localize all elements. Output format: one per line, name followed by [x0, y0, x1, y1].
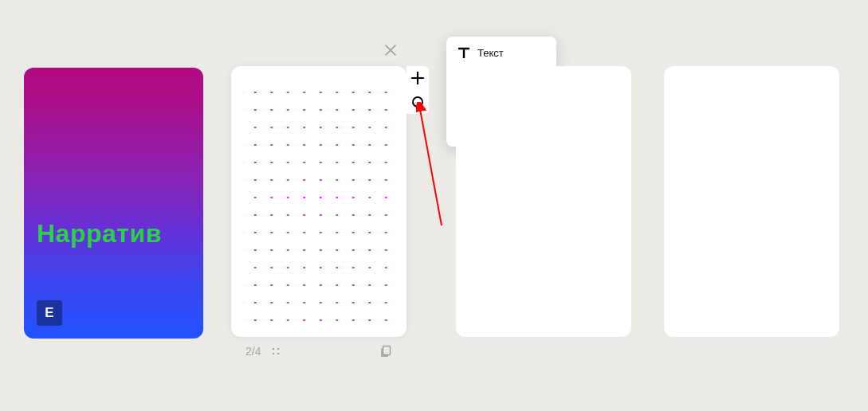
edit-grid: [245, 82, 392, 321]
svg-point-2: [277, 348, 280, 350]
svg-point-0: [413, 97, 422, 107]
add-element-button[interactable]: [407, 66, 429, 90]
svg-rect-5: [383, 346, 391, 355]
edit-card[interactable]: [231, 66, 407, 337]
background-button[interactable]: [407, 90, 429, 114]
cover-card[interactable]: Нарратив E: [24, 68, 203, 339]
svg-point-1: [273, 348, 275, 350]
svg-point-3: [273, 353, 275, 355]
pager-count: 2/4: [245, 345, 261, 358]
close-icon[interactable]: [383, 42, 399, 58]
text-icon: [458, 46, 470, 59]
copy-icon[interactable]: [379, 345, 392, 358]
author-badge: E: [37, 300, 62, 326]
pager: 2/4: [245, 345, 392, 358]
cover-title: Нарратив: [37, 219, 162, 249]
drag-handle-icon[interactable]: [269, 346, 283, 356]
annotation-arrow: [416, 102, 448, 229]
svg-point-4: [277, 353, 280, 355]
menu-item-text[interactable]: Текст: [446, 41, 556, 64]
plus-icon: [411, 72, 424, 84]
circle-icon: [411, 96, 424, 108]
menu-item-label: Текст: [477, 47, 504, 59]
blank-card-4[interactable]: [664, 66, 839, 337]
svg-line-10: [419, 105, 442, 225]
blank-card-3[interactable]: [456, 66, 631, 337]
